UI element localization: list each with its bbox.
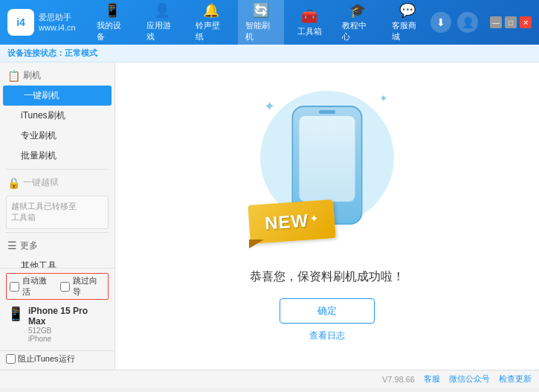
- sparkle-right-icon: ✦: [379, 92, 388, 104]
- jailbreak-group: 🔒 一键越狱: [0, 173, 114, 193]
- lock-icon: 🔒: [7, 177, 20, 189]
- user-btn[interactable]: 👤: [457, 12, 478, 33]
- guide-activate-checkbox[interactable]: [60, 282, 70, 292]
- version-text: V7.98.66: [382, 375, 415, 384]
- smart-flash-icon: 🔄: [253, 2, 269, 19]
- confirm-button[interactable]: 确定: [280, 298, 375, 324]
- success-title: 恭喜您，保资料刷机成功啦！: [250, 269, 404, 285]
- download-btn[interactable]: ⬇: [430, 12, 451, 33]
- auto-check-row: 自动激活 跳过向导: [6, 273, 109, 300]
- nav-service[interactable]: 💬 客服商城: [384, 0, 431, 47]
- flash-section: 📋 刷机 一键刷机 iTunes刷机 专业刷机 批量刷机: [0, 65, 114, 166]
- sidebar-item-itunes-flash[interactable]: iTunes刷机: [0, 106, 114, 126]
- nav-smart-flash[interactable]: 🔄 智能刷机: [238, 0, 285, 47]
- tutorial-icon: 🎓: [349, 2, 366, 19]
- sidebar-item-other-tools[interactable]: 其他工具: [0, 256, 114, 268]
- sidebar-divider-2: [6, 232, 109, 233]
- nav-toolbox[interactable]: 🧰 工具箱: [287, 4, 332, 42]
- phone-screen: [300, 116, 355, 202]
- phone-notch: [319, 110, 335, 114]
- success-illustration: ✦ ✦ NEW ✦: [253, 91, 401, 254]
- close-btn[interactable]: ✕: [520, 16, 532, 28]
- jailbreak-section: 🔒 一键越狱 越狱工具已转移至 工具箱: [0, 173, 114, 229]
- nav-my-device[interactable]: 📱 我的设备: [89, 0, 136, 47]
- my-device-icon: 📱: [104, 2, 120, 19]
- sidebar-item-pro-flash[interactable]: 专业刷机: [0, 126, 114, 146]
- header-right: ⬇ 👤 — □ ✕: [430, 12, 532, 33]
- device-panel: 自动激活 跳过向导 📱 iPhone 15 Pro Max 512GB iPho…: [0, 268, 114, 350]
- service-icon: 💬: [399, 2, 416, 19]
- itunes-checkbox[interactable]: [6, 354, 16, 364]
- app-header: i4 爱思助手 www.i4.cn 📱 我的设备 👤 应用游戏 🔔 铃声壁纸 🔄…: [0, 0, 539, 45]
- window-controls: — □ ✕: [490, 16, 532, 28]
- logo-icon: i4: [7, 9, 34, 36]
- footer-link-update[interactable]: 检查更新: [499, 373, 532, 385]
- toolbox-icon: 🧰: [301, 8, 317, 25]
- nav-ringtone[interactable]: 🔔 铃声壁纸: [188, 0, 235, 47]
- maximize-btn[interactable]: □: [505, 16, 517, 28]
- minimize-btn[interactable]: —: [490, 16, 502, 28]
- sidebar-item-one-key-flash[interactable]: 一键刷机: [3, 86, 112, 106]
- flash-group-icon: 📋: [7, 70, 20, 82]
- ringtone-icon: 🔔: [203, 2, 219, 19]
- log-link[interactable]: 查看日志: [309, 330, 345, 342]
- new-ribbon: NEW ✦: [249, 202, 335, 241]
- apps-icon: 👤: [154, 2, 170, 19]
- nav-apps-games[interactable]: 👤 应用游戏: [139, 0, 186, 47]
- main-area: 📋 刷机 一键刷机 iTunes刷机 专业刷机 批量刷机: [0, 62, 539, 370]
- disabled-box: 越狱工具已转移至 工具箱: [6, 196, 109, 229]
- sidebar-wrapper: 📋 刷机 一键刷机 iTunes刷机 专业刷机 批量刷机: [0, 65, 114, 367]
- more-section: ☰ 更多 其他工具 下载固件 高级功能: [0, 236, 114, 268]
- status-bar: 设备连接状态：正常模式: [0, 45, 539, 62]
- more-icon: ☰: [7, 240, 17, 251]
- device-info: 📱 iPhone 15 Pro Max 512GB iPhone: [6, 303, 109, 346]
- ribbon-tail: [249, 240, 264, 248]
- itunes-check-row: 阻止iTunes运行: [0, 350, 114, 367]
- main-nav: 📱 我的设备 👤 应用游戏 🔔 铃声壁纸 🔄 智能刷机 🧰 工具箱 🎓 教程中心…: [89, 0, 430, 47]
- sidebar-item-batch-flash[interactable]: 批量刷机: [0, 146, 114, 166]
- sidebar: 📋 刷机 一键刷机 iTunes刷机 专业刷机 批量刷机: [0, 62, 115, 370]
- sidebar-top: 📋 刷机 一键刷机 iTunes刷机 专业刷机 批量刷机: [0, 65, 114, 268]
- more-group[interactable]: ☰ 更多: [0, 236, 114, 256]
- sidebar-bottom: 自动激活 跳过向导 📱 iPhone 15 Pro Max 512GB iPho…: [0, 268, 114, 367]
- device-phone-icon: 📱: [7, 306, 24, 322]
- device-details: iPhone 15 Pro Max 512GB iPhone: [28, 306, 107, 343]
- footer-link-service[interactable]: 客服: [424, 373, 440, 385]
- app-logo: i4 爱思助手 www.i4.cn: [7, 9, 89, 36]
- sidebar-divider-1: [6, 169, 109, 170]
- sparkle-left-icon: ✦: [264, 98, 275, 115]
- nav-tutorial[interactable]: 🎓 教程中心: [335, 0, 381, 47]
- flash-group[interactable]: 📋 刷机: [0, 65, 114, 86]
- main-content: ✦ ✦ NEW ✦ 恭喜您，保资料刷机成功啦！ 确定 查看日志: [115, 62, 539, 370]
- footer: V7.98.66 客服 微信公众号 检查更新: [0, 370, 539, 388]
- logo-text: 爱思助手 www.i4.cn: [39, 12, 76, 33]
- footer-link-wechat[interactable]: 微信公众号: [449, 373, 490, 385]
- auto-activate-checkbox[interactable]: [10, 282, 19, 292]
